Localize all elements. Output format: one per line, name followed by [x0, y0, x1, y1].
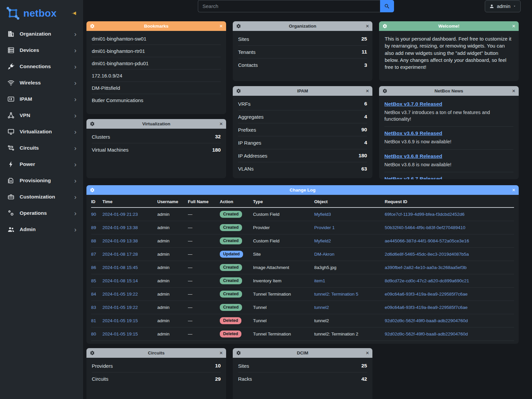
widget-title: Bookmarks: [100, 24, 213, 29]
changelog-object-link[interactable]: Myfield2: [314, 238, 331, 243]
changelog-id-link[interactable]: 87: [91, 252, 96, 257]
sidebar-item-virtualization[interactable]: Virtualization›: [0, 123, 83, 140]
changelog-object-link[interactable]: DM-Akron: [314, 252, 334, 257]
close-icon[interactable]: ×: [512, 23, 515, 29]
gear-icon[interactable]: [236, 24, 241, 29]
changelog-time-link[interactable]: 2024-01-09 13:38: [102, 225, 138, 230]
changelog-id-link[interactable]: 89: [91, 225, 96, 230]
changelog-time-link[interactable]: 2024-01-09 21:23: [102, 212, 138, 217]
sidebar-item-wireless[interactable]: Wireless›: [0, 74, 83, 91]
bookmark-item[interactable]: Butler Communications: [92, 94, 221, 106]
changelog-request-id-link[interactable]: 2d6d6e8f-5465-45dc-8ec3-2019d4087b5a: [385, 252, 469, 257]
close-icon[interactable]: ×: [219, 350, 223, 356]
changelog-time-link[interactable]: 2024-01-08 15:45: [102, 265, 138, 270]
changelog-time-link[interactable]: 2024-01-09 13:38: [102, 238, 138, 243]
sidebar-item-devices[interactable]: Devices›: [0, 42, 83, 58]
gear-icon[interactable]: [382, 88, 387, 93]
chevron-right-icon: ›: [74, 177, 76, 184]
table-row: 812024-01-05 19:15admin—DeletedTunneltun…: [91, 314, 514, 328]
news-link[interactable]: NetBox v3.7.0 Released: [384, 101, 442, 107]
news-link[interactable]: NetBox v3.6.9 Released: [384, 130, 442, 136]
pin-icon[interactable]: [71, 10, 78, 17]
changelog-time-link[interactable]: 2024-01-05 19:15: [102, 318, 138, 323]
gear-icon[interactable]: [90, 350, 95, 355]
stat-label: Tenants: [238, 49, 256, 55]
server-icon: [7, 47, 15, 54]
news-link[interactable]: NetBox v3.6.8 Released: [384, 153, 442, 159]
changelog-object-link[interactable]: tunnel2: Termination 5: [314, 292, 358, 297]
gear-icon[interactable]: [236, 88, 241, 93]
logo-text[interactable]: netbox: [23, 8, 57, 19]
changelog-time-link[interactable]: 2024-01-05 19:22: [102, 305, 138, 310]
sidebar-item-provisioning[interactable]: Provisioning›: [0, 172, 83, 189]
close-icon[interactable]: ×: [366, 350, 369, 356]
sidebar-item-connections[interactable]: Connections›: [0, 58, 83, 74]
sidebar-item-operations[interactable]: Operations›: [0, 205, 83, 221]
bookmark-item[interactable]: DM-Pittsfield: [92, 82, 221, 94]
changelog-type: Site: [253, 252, 261, 257]
stat-label: Prefixes: [238, 127, 256, 133]
changelog-id-link[interactable]: 86: [91, 265, 96, 270]
widget-organization: Organization × Sites25Tenants11Contacts3: [233, 21, 372, 81]
gear-icon[interactable]: [90, 121, 95, 126]
netbox-logo[interactable]: [5, 6, 21, 21]
close-icon[interactable]: ×: [366, 88, 369, 94]
monitor-icon: [7, 128, 15, 135]
changelog-request-id-link[interactable]: 8d9cd72e-cd0c-47c2-a620-dc899a690c21: [385, 278, 469, 283]
changelog-time-link[interactable]: 2024-01-08 17:28: [102, 252, 138, 257]
gear-icon[interactable]: [90, 24, 95, 29]
stat-value: 11: [362, 49, 367, 55]
changelog-request-id-link[interactable]: 92d02d9c-562f-49f0-baa8-adb22904760d: [385, 332, 468, 336]
gear-icon[interactable]: [382, 24, 387, 29]
bookmark-item[interactable]: 172.16.0.9/24: [92, 69, 221, 82]
user-menu[interactable]: admin: [485, 0, 521, 12]
search-button[interactable]: [380, 0, 394, 12]
column-header: Request ID: [385, 196, 514, 207]
close-icon[interactable]: ×: [512, 88, 515, 94]
gear-icon[interactable]: [90, 188, 95, 193]
changelog-object: 8a3gh5.jpg: [314, 265, 336, 270]
changelog-object-link[interactable]: Provider 1: [314, 225, 335, 230]
bookmark-item[interactable]: dmi01-binghamton-pdu01: [92, 57, 221, 69]
close-icon[interactable]: ×: [366, 23, 369, 29]
sidebar-item-customization[interactable]: Customization›: [0, 189, 83, 205]
changelog-id-link[interactable]: 81: [91, 318, 96, 323]
changelog-fullname: —: [188, 305, 193, 310]
sidebar-item-circuits[interactable]: Circuits›: [0, 140, 83, 156]
changelog-id-link[interactable]: 84: [91, 292, 96, 297]
changelog-request-id-link[interactable]: 92d02d9c-562f-49f0-baa8-adb22904760d: [385, 318, 468, 323]
bookmark-item[interactable]: dmi01-binghamton-rtr01: [92, 45, 221, 57]
changelog-id-link[interactable]: 80: [91, 332, 96, 336]
bookmark-item[interactable]: dmi01-binghamton-sw01: [92, 33, 221, 45]
changelog-id-link[interactable]: 90: [91, 212, 96, 217]
changelog-request-id-link[interactable]: a390fbef-2a82-4e10-aa0a-3c268aa5ef3b: [385, 265, 466, 270]
changelog-object-link[interactable]: Myfield3: [314, 212, 331, 217]
sidebar-item-vpn[interactable]: VPN›: [0, 107, 83, 123]
sidebar-item-admin[interactable]: Admin›: [0, 221, 83, 237]
changelog-object-link[interactable]: item1: [314, 278, 325, 283]
sidebar-item-ipam[interactable]: IPAM›: [0, 91, 83, 107]
gear-icon[interactable]: [236, 350, 241, 355]
changelog-time-link[interactable]: 2024-01-05 19:15: [102, 332, 138, 336]
changelog-request-id-link[interactable]: e09c64a6-93f3-419a-8ea9-229585f7c6ae: [385, 292, 467, 297]
changelog-request-id-link[interactable]: 69fce7cf-1139-4d99-bfea-f3dcbd2452d6: [385, 212, 465, 217]
search-input[interactable]: [198, 0, 380, 12]
close-icon[interactable]: ×: [512, 187, 515, 193]
changelog-request-id-link[interactable]: ae445066-387d-44f1-9084-572a05ce3e16: [385, 238, 469, 243]
changelog-id-link[interactable]: 83: [91, 305, 96, 310]
changelog-id-link[interactable]: 88: [91, 238, 96, 243]
changelog-time-link[interactable]: 2024-01-08 15:14: [102, 278, 138, 283]
action-badge: Created: [220, 277, 242, 284]
column-header: Full Name: [188, 196, 220, 207]
changelog-request-id-link[interactable]: e09c64a6-93f3-419a-8ea9-229585f7c6ae: [385, 305, 467, 310]
sidebar-item-organization[interactable]: Organization›: [0, 26, 83, 42]
sidebar-item-power[interactable]: Power›: [0, 156, 83, 172]
close-icon[interactable]: ×: [219, 23, 223, 29]
changelog-id-link[interactable]: 85: [91, 278, 96, 283]
virtualization-stats: Clusters32Virtual Machines180: [86, 129, 226, 156]
close-icon[interactable]: ×: [219, 121, 223, 127]
changelog-request-id-link[interactable]: 50b32f40-5464-4f9c-b83f-0ef270489410: [385, 225, 465, 230]
changelog-time-link[interactable]: 2024-01-05 19:22: [102, 292, 138, 297]
changelog-object-link[interactable]: tunnel2: [314, 305, 329, 310]
news-link[interactable]: NetBox v3.6.7 Released: [384, 176, 442, 179]
